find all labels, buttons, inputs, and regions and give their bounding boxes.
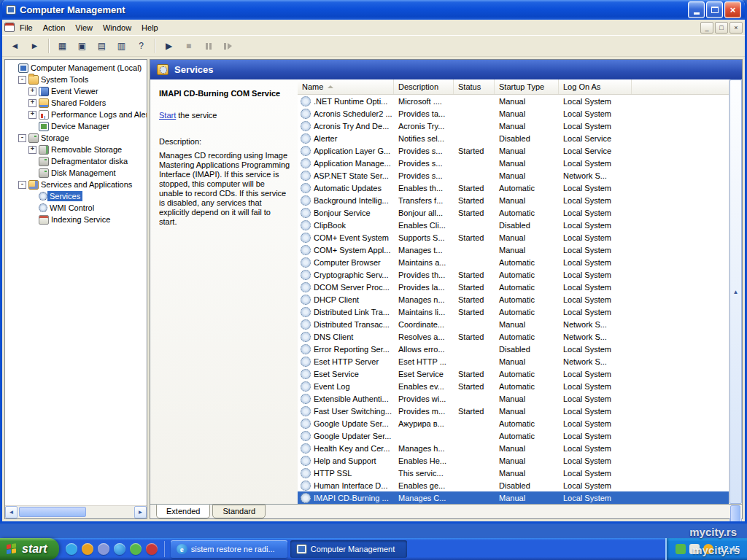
column-header-status[interactable]: Status [454, 79, 495, 94]
scroll-thumb[interactable] [730, 505, 740, 524]
quick-launch-icon-6[interactable] [146, 543, 158, 555]
stop-service-button[interactable]: ■ [179, 37, 198, 55]
tree-expander[interactable]: + [28, 146, 36, 154]
tray-icon-2[interactable] [689, 544, 700, 554]
column-header-log-on-as[interactable]: Log On As [559, 79, 632, 94]
tree-item-event-viewer[interactable]: +Event Viewer [5, 85, 147, 97]
service-row[interactable]: Google Updater Ser...AutomaticLocal Syst… [298, 429, 729, 442]
scroll-left-button[interactable]: ◄ [5, 506, 18, 518]
scroll-track[interactable] [18, 506, 134, 518]
minimize-button[interactable] [688, 1, 705, 18]
tree-item-defragmentator-diska[interactable]: +Defragmentator diska [5, 155, 147, 167]
maximize-button[interactable] [706, 1, 723, 18]
refresh-button[interactable]: ▤ [93, 37, 111, 55]
menu-window[interactable]: Window [98, 22, 136, 34]
service-row[interactable]: Extensible Authenti...Provides wi...Manu… [298, 392, 729, 405]
service-row[interactable]: ASP.NET State Ser...Provides s...ManualN… [298, 169, 729, 182]
scroll-right-button[interactable]: ► [134, 506, 147, 518]
service-row[interactable]: Help and SupportEnables He...ManualLocal… [298, 454, 729, 467]
quick-launch-icon-3[interactable] [98, 543, 109, 555]
properties-button[interactable]: ▣ [73, 37, 91, 55]
service-row[interactable]: Human Interface D...Enables ge...Disable… [298, 479, 729, 491]
start-service-button[interactable]: ▶ [160, 37, 178, 55]
tree-item-services[interactable]: +Services [5, 190, 147, 202]
column-header-name[interactable]: Name [298, 79, 394, 94]
back-button[interactable]: ◄ [6, 37, 24, 55]
service-row[interactable]: COM+ System Appl...Manages t...ManualLoc… [298, 244, 729, 256]
menu-view[interactable]: View [70, 22, 98, 34]
service-row[interactable]: Distributed Transac...Coordinate...Manua… [298, 318, 729, 330]
tree-expander[interactable]: - [18, 76, 26, 84]
service-row[interactable]: Automatic UpdatesEnables th...StartedAut… [298, 182, 729, 194]
service-row[interactable]: Distributed Link Tra...Maintains li...St… [298, 306, 729, 318]
tree-item-system-tools[interactable]: -System Tools [5, 74, 147, 85]
service-row[interactable]: Eset HTTP ServerEset HTTP ...ManualNetwo… [298, 355, 729, 368]
service-row[interactable]: Cryptographic Serv...Provides th...Start… [298, 268, 729, 281]
help-button[interactable]: ? [132, 37, 150, 55]
tree-item-storage[interactable]: -Storage [5, 132, 147, 144]
service-row[interactable]: Health Key and Cer...Manages h...ManualL… [298, 442, 729, 454]
list-vertical-scrollbar[interactable]: ▲ ▼ [729, 79, 742, 504]
show-hide-console-tree-button[interactable]: ▦ [53, 37, 71, 55]
taskbar-button-computer-management[interactable]: Computer Management [290, 540, 407, 558]
scroll-thumb[interactable] [19, 507, 86, 517]
quick-launch-icon-1[interactable] [66, 543, 77, 555]
service-row[interactable]: Application Layer G...Provides s...Start… [298, 144, 729, 157]
service-row[interactable]: Eset ServiceEset ServiceStartedAutomatic… [298, 368, 729, 380]
export-list-button[interactable]: ▥ [112, 37, 131, 55]
service-row[interactable]: DHCP ClientManages n...StartedAutomaticL… [298, 293, 729, 306]
service-row[interactable]: DCOM Server Proc...Provides la...Started… [298, 281, 729, 293]
quick-launch-icon-4[interactable] [114, 543, 125, 555]
service-row[interactable]: Error Reporting Ser...Allows erro...Disa… [298, 343, 729, 355]
tree-item-wmi-control[interactable]: +WMI Control [5, 202, 147, 214]
service-row[interactable]: Application Manage...Provides s...Manual… [298, 157, 729, 169]
service-row[interactable]: Computer BrowserMaintains a...AutomaticL… [298, 256, 729, 268]
tree-item-indexing-service[interactable]: +Indexing Service [5, 214, 147, 225]
service-row[interactable]: Bonjour ServiceBonjour all...StartedAuto… [298, 206, 729, 219]
scroll-up-button[interactable]: ▲ [729, 79, 742, 504]
service-row[interactable]: AlerterNotifies sel...DisabledLocal Serv… [298, 132, 729, 144]
restart-service-button[interactable] [219, 37, 237, 55]
taskbar-button-sistem-restore-ne-radi[interactable]: sistem restore ne radi... [171, 540, 287, 558]
service-row[interactable]: ClipBookEnables Cli...DisabledLocal Syst… [298, 219, 729, 231]
child-close-button[interactable]: × [729, 22, 743, 34]
tab-standard[interactable]: Standard [212, 505, 266, 518]
tree-item-shared-folders[interactable]: +Shared Folders [5, 97, 147, 109]
service-row[interactable]: Background Intellig...Transfers f...Star… [298, 194, 729, 206]
tree-item-performance-logs-and-alerts[interactable]: +Performance Logs and Alerts [5, 109, 147, 120]
tray-icon-3[interactable] [703, 544, 713, 554]
tree-expander[interactable]: + [28, 99, 36, 107]
column-header-description[interactable]: Description [394, 79, 454, 94]
tree-item-services-and-applications[interactable]: -Services and Applications [5, 179, 147, 190]
service-row[interactable]: HTTP SSLThis servic...ManualLocal System [298, 467, 729, 479]
tree-expander[interactable]: - [18, 134, 26, 142]
tree-item-device-manager[interactable]: +Device Manager [5, 120, 147, 132]
start-service-link[interactable]: Start [159, 111, 176, 120]
service-row[interactable]: Event LogEnables ev...StartedAutomaticLo… [298, 380, 729, 392]
service-row[interactable]: Acronis Scheduler2 ...Provides ta...Manu… [298, 107, 729, 120]
child-restore-button[interactable]: □ [715, 22, 728, 34]
quick-launch-icon-5[interactable] [130, 543, 142, 555]
service-row[interactable]: COM+ Event SystemSupports S...StartedMan… [298, 231, 729, 244]
service-row[interactable]: Fast User Switching...Provides m...Start… [298, 405, 729, 417]
menu-help[interactable]: Help [136, 22, 163, 34]
title-bar[interactable]: Computer Management × [2, 0, 745, 20]
tray-icon-1[interactable] [676, 544, 686, 554]
quick-launch-icon-2[interactable] [82, 543, 93, 555]
tab-extended[interactable]: Extended [156, 505, 210, 518]
service-row[interactable]: Acronis Try And De...Acronis Try...Manua… [298, 120, 729, 132]
tree-expander[interactable]: + [28, 111, 36, 119]
service-row[interactable]: .NET Runtime Opti...Microsoft ....Manual… [298, 95, 729, 107]
tree-item-removable-storage[interactable]: +Removable Storage [5, 144, 147, 155]
tree-item-disk-management[interactable]: +Disk Management [5, 167, 147, 179]
service-row[interactable]: Google Update Ser...Ажурира в...Automati… [298, 417, 729, 429]
tree-expander[interactable]: + [28, 88, 36, 96]
tree-expander[interactable]: - [18, 181, 26, 189]
pause-service-button[interactable] [199, 37, 217, 55]
service-row[interactable]: IMAPI CD-Burning ...Manages C...ManualLo… [298, 491, 729, 504]
service-row[interactable]: DNS ClientResolves a...StartedAutomaticN… [298, 330, 729, 343]
child-minimize-button[interactable]: _ [700, 22, 713, 34]
column-header-startup-type[interactable]: Startup Type [495, 79, 559, 94]
menu-file[interactable]: File [15, 22, 38, 34]
tree-horizontal-scrollbar[interactable]: ◄ ► [5, 505, 147, 518]
